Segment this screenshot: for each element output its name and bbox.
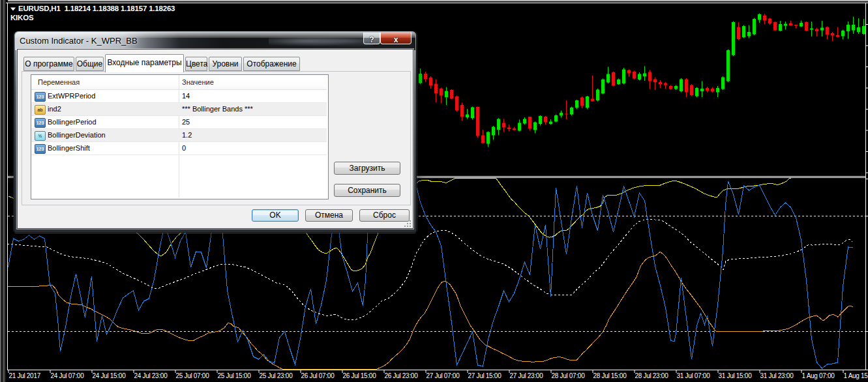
- svg-text:26 Jul 07:00: 26 Jul 07:00: [301, 372, 335, 379]
- svg-text:27 Jul 07:00: 27 Jul 07:00: [427, 372, 460, 379]
- svg-text:24 Jul 07:00: 24 Jul 07:00: [51, 372, 85, 379]
- svg-text:31 Jul 23:00: 31 Jul 23:00: [760, 372, 794, 379]
- svg-text:EURUSD,H1 1.18214 1.18388 1.1: EURUSD,H1 1.18214 1.18388 1.18157 1.1826…: [18, 5, 175, 12]
- svg-text:26 Jul 23:00: 26 Jul 23:00: [385, 372, 419, 379]
- svg-text:26 Jul 15:00: 26 Jul 15:00: [343, 372, 377, 379]
- svg-text:1 Aug 15:00: 1 Aug 15:00: [844, 372, 868, 379]
- svg-text:31 Jul 07:00: 31 Jul 07:00: [677, 372, 711, 379]
- svg-text:31 Jul 15:00: 31 Jul 15:00: [719, 372, 753, 379]
- svg-text:28 Jul 15:00: 28 Jul 15:00: [593, 372, 627, 379]
- svg-text:27 Jul 15:00: 27 Jul 15:00: [468, 372, 502, 379]
- svg-text:1 Aug 07:00: 1 Aug 07:00: [802, 372, 835, 379]
- svg-text:25 Jul 07:00: 25 Jul 07:00: [176, 372, 210, 379]
- svg-text:KIKOS: KIKOS: [10, 14, 34, 22]
- svg-text:25 Jul 15:00: 25 Jul 15:00: [218, 372, 252, 379]
- svg-text:28 Jul 23:00: 28 Jul 23:00: [635, 372, 669, 379]
- svg-text:21 Jul 2017: 21 Jul 2017: [9, 372, 41, 379]
- svg-text:24 Jul 15:00: 24 Jul 15:00: [93, 372, 127, 379]
- svg-text:28 Jul 07:00: 28 Jul 07:00: [552, 372, 586, 379]
- svg-text:27 Jul 23:00: 27 Jul 23:00: [510, 372, 544, 379]
- svg-text:25 Jul 23:00: 25 Jul 23:00: [260, 372, 293, 379]
- svg-text:24 Jul 23:00: 24 Jul 23:00: [134, 372, 168, 379]
